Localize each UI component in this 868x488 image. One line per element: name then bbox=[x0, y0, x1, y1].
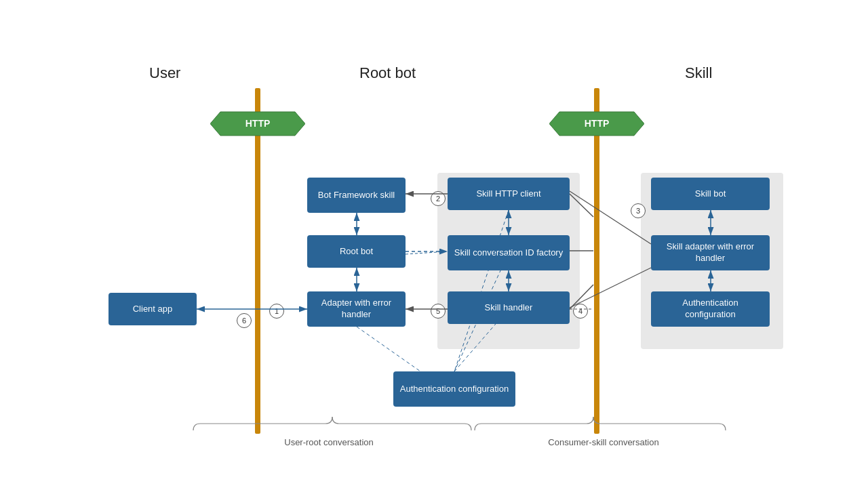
root-bot-box: Root bot bbox=[307, 235, 406, 268]
consumer-skill-label: Consumer-skill conversation bbox=[475, 437, 732, 447]
svg-text:HTTP: HTTP bbox=[585, 118, 610, 129]
right-http-arrow: HTTP bbox=[549, 105, 644, 142]
skill-handler-box: Skill handler bbox=[448, 291, 570, 324]
svg-line-27 bbox=[357, 327, 420, 371]
circle-6: 6 bbox=[237, 313, 252, 328]
skill-adapter-with-error-handler-box: Skill adapter with error handler bbox=[651, 235, 770, 270]
circle-1: 1 bbox=[269, 304, 284, 319]
bot-framework-skill-box: Bot Framework skill bbox=[307, 178, 406, 213]
circle-5: 5 bbox=[431, 304, 446, 319]
root-bot-label: Root bot bbox=[359, 64, 416, 82]
architecture-diagram: User Root bot Skill HTTP HTTP bbox=[0, 0, 868, 488]
auth-config-center-box: Authentication configuration bbox=[393, 371, 515, 407]
svg-text:HTTP: HTTP bbox=[245, 118, 271, 129]
skill-bot-box: Skill bot bbox=[651, 178, 770, 210]
left-http-arrow: HTTP bbox=[210, 105, 305, 142]
adapter-with-error-handler-box: Adapter with error handler bbox=[307, 291, 406, 327]
svg-line-29 bbox=[570, 268, 651, 308]
skill-http-client-box: Skill HTTP client bbox=[448, 178, 570, 210]
user-root-label: User-root conversation bbox=[193, 437, 465, 447]
circle-4: 4 bbox=[573, 304, 588, 319]
user-label: User bbox=[149, 64, 180, 82]
circle-2: 2 bbox=[431, 191, 446, 206]
skill-conversation-id-factory-box: Skill conversation ID factory bbox=[448, 235, 570, 270]
circle-3: 3 bbox=[631, 203, 646, 218]
auth-config-right-box: Authentication configuration bbox=[651, 291, 770, 327]
skill-label: Skill bbox=[685, 64, 712, 82]
client-app-box: Client app bbox=[108, 293, 197, 325]
